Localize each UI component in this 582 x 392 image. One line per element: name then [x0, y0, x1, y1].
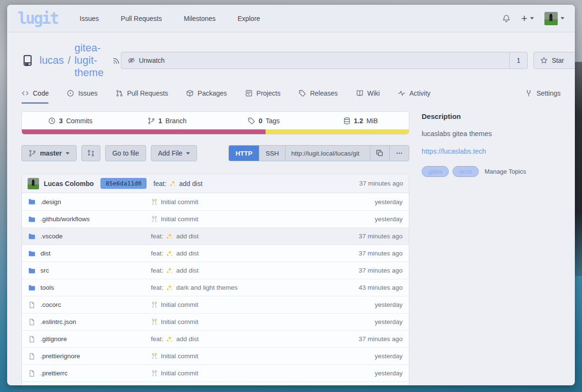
- file-name-link[interactable]: .eslintrc.json: [40, 318, 76, 325]
- eye-slash-icon: [128, 57, 135, 64]
- repo-name-link[interactable]: gitea-lugit-theme: [74, 42, 103, 79]
- repo-owner-link[interactable]: lucas: [39, 54, 64, 67]
- go-to-file-button[interactable]: Go to file: [105, 145, 146, 161]
- tab-packages[interactable]: Packages: [186, 89, 227, 104]
- commit-message-prefix: feat:: [151, 335, 163, 343]
- user-menu[interactable]: [544, 12, 564, 25]
- add-file-button[interactable]: Add File: [151, 145, 197, 161]
- topic-pill-gitea[interactable]: gitea: [422, 166, 449, 177]
- lugit-logo[interactable]: lugit: [18, 9, 58, 28]
- branch-selector[interactable]: master: [21, 145, 77, 161]
- rss-icon[interactable]: [112, 56, 121, 65]
- book-icon: [356, 89, 364, 97]
- commit-message-link[interactable]: feat: add dist: [151, 267, 359, 274]
- commit-message-link[interactable]: feat: add dist: [151, 335, 359, 343]
- tab-label: Releases: [310, 89, 337, 97]
- table-row[interactable]: .github/workflows Initial commit yesterd…: [22, 210, 409, 227]
- language-segment-javascript[interactable]: [266, 129, 409, 134]
- action-count[interactable]: 1: [509, 52, 528, 69]
- stat-mib[interactable]: 1.2MiB: [312, 112, 409, 129]
- language-bar[interactable]: [22, 129, 409, 134]
- commit-message-link[interactable]: Initial commit: [151, 301, 375, 308]
- copy-url-button[interactable]: [370, 146, 389, 161]
- table-row[interactable]: LICENSE Initial commit yesterday: [22, 382, 409, 385]
- clone-ssh-button[interactable]: SSH: [259, 146, 285, 161]
- commit-message-prefix: feat:: [153, 180, 166, 187]
- tab-settings[interactable]: Settings: [525, 89, 561, 104]
- file-name-link[interactable]: .prettierignore: [40, 353, 80, 360]
- glasses-icon: [151, 353, 158, 360]
- database-icon: [343, 117, 351, 125]
- notifications-bell-icon[interactable]: [502, 14, 511, 23]
- repo-header: lucas / gitea-lugit-theme Unwatch1Star0F…: [7, 32, 575, 83]
- table-row[interactable]: .vscode feat: add dist 37 minutes ago: [22, 227, 409, 245]
- file-name-link[interactable]: src: [40, 267, 49, 274]
- stat-branch[interactable]: 1Branch: [118, 112, 215, 129]
- commit-message-link[interactable]: feat: dark and light themes: [151, 284, 359, 291]
- nav-item-issues[interactable]: Issues: [79, 15, 99, 22]
- clone-url-field[interactable]: http://lugit.local/lucas/git: [285, 146, 370, 161]
- file-name-link[interactable]: .gitignore: [40, 335, 67, 343]
- commit-message-link[interactable]: Initial commit: [151, 353, 375, 360]
- tab-pull-requests[interactable]: Pull Requests: [116, 89, 168, 104]
- table-row[interactable]: .prettierrc Initial commit yesterday: [22, 364, 409, 382]
- tab-label: Activity: [409, 89, 430, 97]
- table-row[interactable]: .cocorc Initial commit yesterday: [22, 296, 409, 313]
- star-button[interactable]: Star0: [533, 52, 575, 69]
- commit-hash-badge[interactable]: 85e6da11d0: [100, 178, 147, 189]
- more-options-button[interactable]: [389, 146, 409, 161]
- file-name-link[interactable]: .github/workflows: [40, 216, 90, 223]
- nav-item-pull-requests[interactable]: Pull Requests: [121, 15, 162, 22]
- table-row[interactable]: .gitignore feat: add dist 37 minutes ago: [22, 330, 409, 347]
- tab-issues[interactable]: Issues: [67, 89, 97, 104]
- glasses-icon: [151, 318, 158, 325]
- commit-message-link[interactable]: feat: add dist: [151, 250, 359, 257]
- nav-item-explore[interactable]: Explore: [237, 15, 260, 22]
- table-row[interactable]: .prettierignore Initial commit yesterday: [22, 347, 409, 364]
- commit-message-link[interactable]: Initial commit: [151, 216, 375, 223]
- table-row[interactable]: tools feat: dark and light themes 43 min…: [22, 279, 409, 296]
- action-label: Unwatch: [139, 57, 165, 64]
- code-icon: [21, 89, 29, 97]
- language-segment-scss[interactable]: [22, 129, 266, 134]
- stat-commits[interactable]: 3Commits: [22, 112, 118, 129]
- table-row[interactable]: dist feat: add dist 37 minutes ago: [22, 245, 409, 262]
- tab-releases[interactable]: Releases: [298, 89, 337, 104]
- table-row[interactable]: src feat: add dist 37 minutes ago: [22, 262, 409, 279]
- top-navbar: lugit IssuesPull RequestsMilestonesExplo…: [7, 5, 575, 32]
- commit-date: 43 minutes ago: [359, 284, 403, 291]
- file-rows: .design Initial commit yesterday .github…: [22, 193, 409, 385]
- commit-message-link[interactable]: Initial commit: [151, 318, 375, 325]
- file-name-link[interactable]: .vscode: [40, 233, 63, 240]
- stat-tags[interactable]: 0Tags: [216, 112, 312, 129]
- commit-message-link[interactable]: feat: add dist: [151, 233, 359, 240]
- commit-date: yesterday: [375, 198, 403, 206]
- compare-button[interactable]: [81, 145, 100, 161]
- tab-wiki[interactable]: Wiki: [356, 89, 380, 104]
- file-name-link[interactable]: .cocorc: [40, 301, 61, 308]
- tab-code[interactable]: Code: [21, 89, 49, 104]
- nav-item-milestones[interactable]: Milestones: [184, 15, 216, 22]
- avatar: [544, 12, 558, 25]
- create-new-button[interactable]: +: [521, 13, 534, 24]
- commit-message-link[interactable]: feat: add dist: [153, 180, 202, 187]
- nav-links: IssuesPull RequestsMilestonesExplore: [79, 15, 260, 22]
- file-name-link[interactable]: .prettierrc: [40, 370, 68, 377]
- file-name-link[interactable]: .design: [40, 198, 61, 206]
- tab-label: Wiki: [367, 89, 380, 97]
- file-name-link[interactable]: dist: [40, 250, 50, 257]
- manage-topics-link[interactable]: Manage Topics: [484, 168, 526, 175]
- tab-projects[interactable]: Projects: [245, 89, 281, 104]
- commit-message-link[interactable]: Initial commit: [151, 198, 375, 206]
- tab-activity[interactable]: Activity: [398, 89, 430, 104]
- file-name-link[interactable]: tools: [40, 284, 54, 291]
- topic-pill-scss[interactable]: scss: [453, 166, 479, 177]
- table-row[interactable]: .eslintrc.json Initial commit yesterday: [22, 313, 409, 330]
- clone-http-button[interactable]: HTTP: [229, 146, 259, 161]
- stat-label: Commits: [66, 117, 92, 125]
- commit-message-link[interactable]: Initial commit: [151, 370, 375, 377]
- unwatch-button[interactable]: Unwatch1: [121, 52, 528, 69]
- commit-author-link[interactable]: Lucas Colombo: [44, 180, 94, 187]
- website-link[interactable]: https://lucaslabs.tech: [422, 147, 561, 155]
- table-row[interactable]: .design Initial commit yesterday: [22, 193, 409, 210]
